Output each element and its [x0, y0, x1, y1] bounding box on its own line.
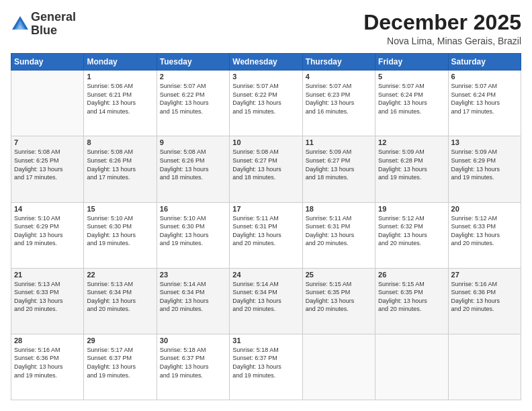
day-info: Sunrise: 5:14 AM Sunset: 6:34 PM Dayligh…	[160, 280, 226, 314]
location: Nova Lima, Minas Gerais, Brazil	[363, 36, 521, 46]
calendar-week-2: 7Sunrise: 5:08 AM Sunset: 6:25 PM Daylig…	[11, 136, 521, 202]
column-header-tuesday: Tuesday	[157, 54, 229, 71]
day-number: 28	[14, 336, 81, 345]
title-block: December 2025 Nova Lima, Minas Gerais, B…	[363, 11, 521, 46]
day-number: 9	[160, 138, 226, 146]
day-info: Sunrise: 5:18 AM Sunset: 6:37 PM Dayligh…	[160, 346, 226, 379]
calendar-cell: 3Sunrise: 5:07 AM Sunset: 6:22 PM Daylig…	[230, 71, 302, 136]
calendar-cell: 23Sunrise: 5:14 AM Sunset: 6:34 PM Dayli…	[157, 268, 229, 334]
day-info: Sunrise: 5:09 AM Sunset: 6:27 PM Dayligh…	[306, 148, 372, 181]
day-number: 22	[87, 271, 153, 279]
column-header-monday: Monday	[84, 54, 157, 71]
day-info: Sunrise: 5:16 AM Sunset: 6:36 PM Dayligh…	[14, 346, 81, 379]
calendar-cell: 9Sunrise: 5:08 AM Sunset: 6:26 PM Daylig…	[157, 136, 229, 202]
day-number: 30	[160, 336, 226, 345]
calendar-cell: 27Sunrise: 5:16 AM Sunset: 6:36 PM Dayli…	[448, 268, 521, 334]
calendar-cell: 24Sunrise: 5:14 AM Sunset: 6:34 PM Dayli…	[230, 268, 302, 334]
day-number: 14	[14, 205, 81, 213]
day-info: Sunrise: 5:10 AM Sunset: 6:30 PM Dayligh…	[160, 214, 226, 248]
calendar-cell: 8Sunrise: 5:08 AM Sunset: 6:26 PM Daylig…	[84, 136, 157, 202]
day-number: 11	[306, 138, 372, 146]
calendar-cell: 12Sunrise: 5:09 AM Sunset: 6:28 PM Dayli…	[375, 136, 448, 202]
day-info: Sunrise: 5:10 AM Sunset: 6:30 PM Dayligh…	[87, 214, 153, 248]
day-info: Sunrise: 5:14 AM Sunset: 6:34 PM Dayligh…	[232, 280, 299, 314]
day-number: 10	[232, 138, 299, 146]
day-number: 15	[87, 205, 153, 213]
day-number: 5	[378, 73, 445, 81]
day-info: Sunrise: 5:08 AM Sunset: 6:25 PM Dayligh…	[14, 148, 81, 181]
calendar-cell: 10Sunrise: 5:08 AM Sunset: 6:27 PM Dayli…	[230, 136, 302, 202]
day-info: Sunrise: 5:13 AM Sunset: 6:34 PM Dayligh…	[87, 280, 153, 314]
day-number: 25	[306, 271, 372, 279]
day-info: Sunrise: 5:08 AM Sunset: 6:26 PM Dayligh…	[87, 148, 153, 181]
calendar-week-4: 21Sunrise: 5:13 AM Sunset: 6:33 PM Dayli…	[11, 268, 521, 334]
calendar-cell: 29Sunrise: 5:17 AM Sunset: 6:37 PM Dayli…	[84, 334, 157, 400]
column-header-wednesday: Wednesday	[230, 54, 302, 71]
calendar-cell: 6Sunrise: 5:07 AM Sunset: 6:24 PM Daylig…	[448, 71, 521, 136]
day-info: Sunrise: 5:11 AM Sunset: 6:31 PM Dayligh…	[306, 214, 372, 248]
day-info: Sunrise: 5:09 AM Sunset: 6:29 PM Dayligh…	[451, 148, 518, 181]
calendar-cell: 15Sunrise: 5:10 AM Sunset: 6:30 PM Dayli…	[84, 202, 157, 268]
day-number: 23	[160, 271, 226, 279]
day-number: 17	[232, 205, 299, 213]
day-number: 29	[87, 336, 153, 345]
day-number: 12	[378, 138, 445, 146]
day-info: Sunrise: 5:17 AM Sunset: 6:37 PM Dayligh…	[87, 346, 153, 379]
day-number: 20	[451, 205, 518, 213]
calendar-cell: 7Sunrise: 5:08 AM Sunset: 6:25 PM Daylig…	[11, 136, 84, 202]
day-number: 2	[160, 73, 226, 81]
day-info: Sunrise: 5:12 AM Sunset: 6:32 PM Dayligh…	[378, 214, 445, 248]
day-number: 18	[306, 205, 372, 213]
logo: General Blue	[11, 11, 76, 38]
day-number: 7	[14, 138, 81, 146]
day-number: 4	[306, 73, 372, 81]
column-header-friday: Friday	[375, 54, 448, 71]
logo-icon	[11, 15, 30, 34]
calendar-cell: 30Sunrise: 5:18 AM Sunset: 6:37 PM Dayli…	[157, 334, 229, 400]
calendar-cell: 2Sunrise: 5:07 AM Sunset: 6:22 PM Daylig…	[157, 71, 229, 136]
column-header-saturday: Saturday	[448, 54, 521, 71]
calendar-cell: 13Sunrise: 5:09 AM Sunset: 6:29 PM Dayli…	[448, 136, 521, 202]
calendar-cell: 19Sunrise: 5:12 AM Sunset: 6:32 PM Dayli…	[375, 202, 448, 268]
day-info: Sunrise: 5:06 AM Sunset: 6:21 PM Dayligh…	[87, 82, 153, 116]
day-info: Sunrise: 5:13 AM Sunset: 6:33 PM Dayligh…	[14, 280, 81, 314]
header: General Blue December 2025 Nova Lima, Mi…	[11, 11, 521, 46]
calendar-cell: 28Sunrise: 5:16 AM Sunset: 6:36 PM Dayli…	[11, 334, 84, 400]
calendar-cell: 21Sunrise: 5:13 AM Sunset: 6:33 PM Dayli…	[11, 268, 84, 334]
day-number: 31	[232, 336, 299, 345]
month-title: December 2025	[363, 11, 521, 34]
day-number: 13	[451, 138, 518, 146]
day-info: Sunrise: 5:11 AM Sunset: 6:31 PM Dayligh…	[232, 214, 299, 248]
day-number: 26	[378, 271, 445, 279]
calendar-cell: 16Sunrise: 5:10 AM Sunset: 6:30 PM Dayli…	[157, 202, 229, 268]
calendar-cell: 26Sunrise: 5:15 AM Sunset: 6:35 PM Dayli…	[375, 268, 448, 334]
calendar-cell: 25Sunrise: 5:15 AM Sunset: 6:35 PM Dayli…	[302, 268, 375, 334]
calendar-cell: 22Sunrise: 5:13 AM Sunset: 6:34 PM Dayli…	[84, 268, 157, 334]
day-info: Sunrise: 5:16 AM Sunset: 6:36 PM Dayligh…	[451, 280, 518, 314]
day-info: Sunrise: 5:07 AM Sunset: 6:23 PM Dayligh…	[306, 82, 372, 116]
calendar-body: 1Sunrise: 5:06 AM Sunset: 6:21 PM Daylig…	[11, 71, 521, 400]
calendar-cell: 31Sunrise: 5:18 AM Sunset: 6:37 PM Dayli…	[230, 334, 302, 400]
day-number: 21	[14, 271, 81, 279]
day-info: Sunrise: 5:07 AM Sunset: 6:24 PM Dayligh…	[451, 82, 518, 116]
day-number: 6	[451, 73, 518, 81]
day-info: Sunrise: 5:07 AM Sunset: 6:24 PM Dayligh…	[378, 82, 445, 116]
calendar-cell	[375, 334, 448, 400]
day-number: 24	[232, 271, 299, 279]
day-info: Sunrise: 5:10 AM Sunset: 6:29 PM Dayligh…	[14, 214, 81, 248]
calendar-cell: 1Sunrise: 5:06 AM Sunset: 6:21 PM Daylig…	[84, 71, 157, 136]
day-info: Sunrise: 5:18 AM Sunset: 6:37 PM Dayligh…	[232, 346, 299, 379]
calendar-cell: 20Sunrise: 5:12 AM Sunset: 6:33 PM Dayli…	[448, 202, 521, 268]
day-number: 27	[451, 271, 518, 279]
calendar-cell: 14Sunrise: 5:10 AM Sunset: 6:29 PM Dayli…	[11, 202, 84, 268]
day-info: Sunrise: 5:08 AM Sunset: 6:26 PM Dayligh…	[160, 148, 226, 181]
day-number: 1	[87, 73, 153, 81]
day-info: Sunrise: 5:07 AM Sunset: 6:22 PM Dayligh…	[160, 82, 226, 116]
calendar-cell: 17Sunrise: 5:11 AM Sunset: 6:31 PM Dayli…	[230, 202, 302, 268]
calendar-cell: 4Sunrise: 5:07 AM Sunset: 6:23 PM Daylig…	[302, 71, 375, 136]
calendar-header-row: SundayMondayTuesdayWednesdayThursdayFrid…	[11, 54, 521, 71]
logo-text: General Blue	[31, 11, 76, 38]
calendar-week-5: 28Sunrise: 5:16 AM Sunset: 6:36 PM Dayli…	[11, 334, 521, 400]
calendar-cell	[11, 71, 84, 136]
calendar-cell	[448, 334, 521, 400]
